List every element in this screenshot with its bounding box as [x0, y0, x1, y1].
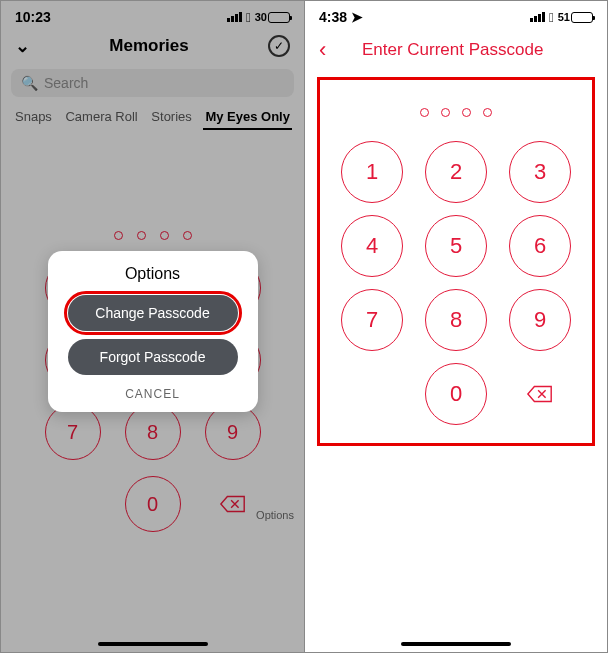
- home-indicator[interactable]: [98, 642, 208, 646]
- change-passcode-button[interactable]: Change Passcode: [68, 295, 238, 331]
- key-2[interactable]: 2: [425, 141, 487, 203]
- home-indicator[interactable]: [401, 642, 511, 646]
- modal-title: Options: [60, 265, 246, 283]
- right-screenshot: 4:38 ➤ 􀙇 51 ‹ Enter Current Passcode 1 2: [304, 1, 607, 652]
- page-title: Enter Current Passcode: [326, 40, 593, 60]
- key-blank: [341, 363, 403, 425]
- cancel-button[interactable]: CANCEL: [125, 387, 180, 401]
- passcode-header: ‹ Enter Current Passcode: [305, 27, 607, 73]
- key-1[interactable]: 1: [341, 141, 403, 203]
- options-modal: Options Change Passcode Forgot Passcode …: [48, 251, 258, 412]
- key-4[interactable]: 4: [341, 215, 403, 277]
- key-8[interactable]: 8: [425, 289, 487, 351]
- status-bar: 4:38 ➤ 􀙇 51: [305, 1, 607, 27]
- signal-icon: [530, 12, 545, 22]
- key-5[interactable]: 5: [425, 215, 487, 277]
- highlight-box: 1 2 3 4 5 6 7 8 9 0: [317, 77, 595, 446]
- location-icon: ➤: [351, 9, 363, 25]
- wifi-icon: 􀙇: [549, 10, 554, 25]
- key-9[interactable]: 9: [509, 289, 571, 351]
- key-7[interactable]: 7: [341, 289, 403, 351]
- forgot-passcode-button[interactable]: Forgot Passcode: [68, 339, 238, 375]
- backspace-icon[interactable]: [509, 363, 571, 425]
- status-time: 4:38 ➤: [319, 9, 363, 25]
- key-0[interactable]: 0: [425, 363, 487, 425]
- key-3[interactable]: 3: [509, 141, 571, 203]
- left-screenshot: 10:23 􀙇 30 ⌄ Memories ✓ 🔍 Search Snaps C…: [1, 1, 304, 652]
- back-chevron-icon[interactable]: ‹: [319, 37, 326, 63]
- passcode-dots: [328, 108, 584, 117]
- passcode-keypad: 1 2 3 4 5 6 7 8 9 0: [328, 141, 584, 425]
- battery-icon: 51: [558, 11, 593, 23]
- key-6[interactable]: 6: [509, 215, 571, 277]
